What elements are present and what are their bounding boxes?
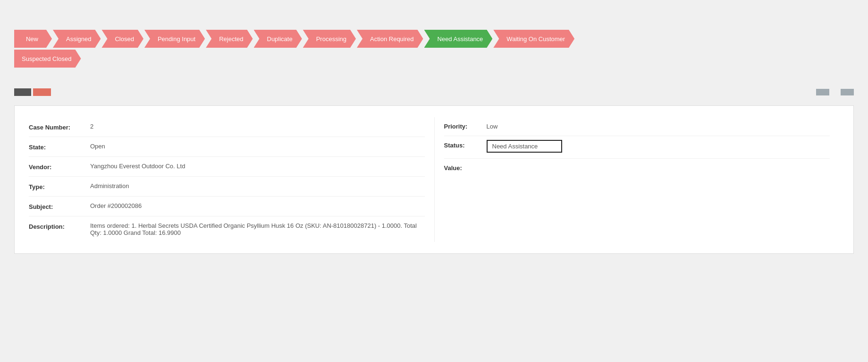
right-form-row: Priority:Low (444, 117, 830, 136)
form-value: Open (90, 143, 425, 150)
form-label: State: (29, 143, 90, 151)
status-tabs-row-1: NewAssignedClosedPending InputRejectedDu… (14, 30, 854, 48)
status-tab-pending-input[interactable]: Pending Input (144, 30, 205, 48)
form-right-column: Priority:LowStatus:Need AssistanceValue: (434, 117, 840, 242)
form-value: 2 (90, 123, 425, 130)
next-button[interactable] (841, 89, 854, 95)
right-form-row: Value: (444, 159, 830, 177)
status-tab-rejected[interactable]: Rejected (206, 30, 253, 48)
status-tab-action-required[interactable]: Action Required (357, 30, 423, 48)
action-bar-right (816, 89, 854, 95)
status-tab-duplicate[interactable]: Duplicate (254, 30, 302, 48)
right-form-label: Value: (444, 164, 487, 172)
right-form-value: Low (487, 123, 498, 130)
status-tab-new[interactable]: New (14, 30, 52, 48)
form-row: State:Open (29, 137, 425, 157)
status-tabs-row-2: Suspected Closed (14, 50, 854, 68)
form-value: Items ordered: 1. Herbal Secrets USDA Ce… (90, 222, 425, 236)
form-grid: Case Number:2State:OpenVendor:Yangzhou E… (29, 117, 839, 242)
right-form-value[interactable]: Need Assistance (487, 140, 563, 153)
right-form-label: Status: (444, 142, 487, 149)
form-label: Description: (29, 222, 90, 230)
form-value: Order #200002086 (90, 202, 425, 209)
form-row: Subject:Order #200002086 (29, 197, 425, 216)
actions-button[interactable] (33, 88, 51, 96)
form-label: Type: (29, 182, 90, 190)
form-left-column: Case Number:2State:OpenVendor:Yangzhou E… (29, 117, 434, 242)
status-tab-waiting-on-customer[interactable]: Waiting On Customer (493, 30, 574, 48)
notice-bar (14, 9, 854, 17)
form-label: Vendor: (29, 163, 90, 171)
status-tab-need-assistance[interactable]: Need Assistance (424, 30, 493, 48)
form-row: Vendor:Yangzhou Everest Outdoor Co. Ltd (29, 157, 425, 177)
page-wrapper: NewAssignedClosedPending InputRejectedDu… (0, 0, 868, 273)
form-value: Administration (90, 182, 425, 190)
status-tab-assigned[interactable]: Assigned (53, 30, 101, 48)
action-bar-left (14, 88, 51, 96)
form-value: Yangzhou Everest Outdoor Co. Ltd (90, 163, 425, 170)
right-form-label: Priority: (444, 123, 487, 130)
form-row: Type:Administration (29, 177, 425, 197)
form-label: Case Number: (29, 123, 90, 131)
form-label: Subject: (29, 202, 90, 210)
right-form-row: Status:Need Assistance (444, 136, 830, 159)
overview-button[interactable] (14, 88, 31, 96)
order-section: Case Number:2State:OpenVendor:Yangzhou E… (14, 82, 854, 254)
form-container: Case Number:2State:OpenVendor:Yangzhou E… (14, 105, 854, 254)
action-bar (14, 88, 854, 96)
status-tabs-container: NewAssignedClosedPending InputRejectedDu… (14, 30, 854, 68)
previous-button[interactable] (816, 89, 829, 95)
status-tab-closed[interactable]: Closed (101, 30, 143, 48)
status-tab-processing[interactable]: Processing (303, 30, 356, 48)
form-row: Description:Items ordered: 1. Herbal Sec… (29, 216, 425, 242)
status-tab-suspected-closed[interactable]: Suspected Closed (14, 50, 81, 68)
form-row: Case Number:2 (29, 117, 425, 137)
